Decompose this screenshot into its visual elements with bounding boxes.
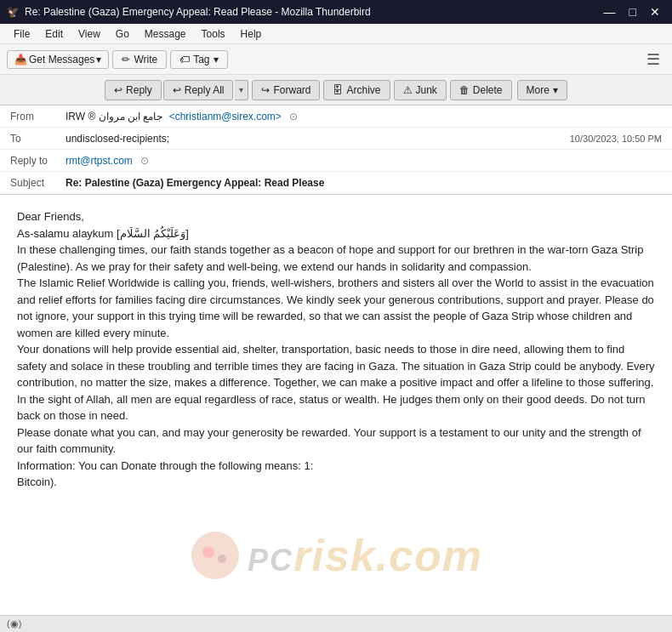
more-dropdown-icon: ▾ — [553, 84, 558, 96]
body-paragraph1: In these challenging times, our faith st… — [17, 242, 655, 275]
get-messages-button[interactable]: 📥 Get Messages ▾ — [7, 50, 109, 69]
reply-all-dropdown[interactable]: ▾ — [235, 80, 248, 100]
forward-label: Forward — [273, 84, 310, 96]
forward-icon: ↪ — [261, 84, 270, 96]
menu-view[interactable]: View — [71, 26, 107, 42]
reply-icon: ↩ — [114, 84, 122, 96]
more-button[interactable]: More ▾ — [517, 80, 567, 100]
archive-label: Archive — [346, 84, 380, 96]
tag-label: Tag — [193, 54, 209, 65]
window-controls: — □ ✕ — [599, 5, 665, 19]
reply-group: ↩ Reply ↩ Reply All ▾ — [105, 80, 248, 100]
hamburger-menu[interactable]: ☰ — [641, 48, 665, 71]
from-field: From IRW ® جامع ابن مروان <christianm@si… — [0, 105, 672, 128]
junk-icon: ⚠ — [403, 84, 413, 96]
email-body: Dear Friends, As-salamu alaykum [وَعَلَي… — [0, 195, 672, 632]
reply-to-value: rmt@rtpst.com ⊙ — [65, 155, 662, 167]
get-messages-label: Get Messages — [29, 54, 94, 65]
body-salutation: As-salamu alaykum [وَعَلَيْكُمُ السَّلَا… — [17, 225, 655, 242]
to-label: To — [10, 133, 65, 145]
email-header: From IRW ® جامع ابن مروان <christianm@si… — [0, 105, 672, 195]
delete-button[interactable]: 🗑 Delete — [450, 80, 512, 100]
reply-all-icon: ↩ — [173, 84, 181, 96]
menu-help[interactable]: Help — [234, 26, 269, 42]
menu-message[interactable]: Message — [138, 26, 193, 42]
write-icon: ✏ — [122, 54, 130, 65]
subject-value: Re: Palestine (Gaza) Emergency Appeal: R… — [65, 177, 324, 189]
reply-all-label: Reply All — [185, 84, 225, 96]
window-title: Re: Palestine (Gaza) Emergency Appeal: R… — [25, 6, 371, 18]
status-text: (◉) — [7, 618, 21, 629]
menu-edit[interactable]: Edit — [38, 26, 70, 42]
write-label: Write — [134, 54, 157, 65]
to-value: undisclosed-recipients; — [65, 133, 570, 145]
subject-field: Subject Re: Palestine (Gaza) Emergency A… — [0, 172, 672, 194]
body-paragraph6: Bitcoin). — [17, 474, 655, 491]
write-button[interactable]: ✏ Write — [112, 50, 167, 69]
action-toolbar: ↩ Reply ↩ Reply All ▾ ↪ Forward 🗄 Archiv… — [0, 75, 672, 105]
reply-all-button[interactable]: ↩ Reply All — [163, 80, 234, 100]
junk-button[interactable]: ⚠ Junk — [394, 80, 447, 100]
delete-label: Delete — [473, 84, 503, 96]
reply-to-verify-icon[interactable]: ⊙ — [140, 155, 149, 167]
menu-file[interactable]: File — [7, 26, 37, 42]
tag-dropdown-icon[interactable]: ▾ — [214, 54, 219, 65]
title-bar: 🦅 Re: Palestine (Gaza) Emergency Appeal:… — [0, 0, 672, 24]
from-email: <christianm@sirex.com> — [169, 111, 282, 122]
to-field: To undisclosed-recipients; 10/30/2023, 1… — [0, 128, 672, 150]
body-paragraph5: Information: You can Donate through the … — [17, 458, 655, 475]
status-bar: (◉) — [0, 615, 672, 632]
maximize-button[interactable]: □ — [624, 5, 641, 19]
get-messages-icon: 📥 — [14, 54, 27, 65]
main-toolbar: 📥 Get Messages ▾ ✏ Write 🏷 Tag ▾ ☰ — [0, 44, 672, 75]
body-paragraph3: Your donations will help provide essenti… — [17, 341, 655, 424]
date-value: 10/30/2023, 10:50 PM — [570, 134, 662, 144]
subject-label: Subject — [10, 177, 65, 189]
get-messages-dropdown-icon[interactable]: ▾ — [96, 54, 101, 65]
menu-tools[interactable]: Tools — [195, 26, 232, 42]
body-paragraph4: Please donate what you can, and may your… — [17, 424, 655, 458]
reply-to-field: Reply to rmt@rtpst.com ⊙ — [0, 150, 672, 172]
main-area: From IRW ® جامع ابن مروان <christianm@si… — [0, 105, 672, 632]
from-verify-icon[interactable]: ⊙ — [289, 111, 298, 122]
delete-icon: 🗑 — [459, 84, 470, 96]
archive-icon: 🗄 — [333, 84, 343, 96]
more-label: More — [527, 84, 550, 96]
close-button[interactable]: ✕ — [645, 5, 665, 19]
app-icon: 🦅 — [7, 6, 20, 18]
archive-button[interactable]: 🗄 Archive — [323, 80, 390, 100]
menu-bar: File Edit View Go Message Tools Help — [0, 24, 672, 44]
from-label: From — [10, 111, 65, 122]
forward-button[interactable]: ↪ Forward — [252, 80, 320, 100]
reply-button[interactable]: ↩ Reply — [105, 80, 162, 100]
tag-button[interactable]: 🏷 Tag ▾ — [170, 50, 227, 69]
menu-go[interactable]: Go — [109, 26, 136, 42]
reply-to-email: rmt@rtpst.com — [65, 155, 133, 167]
reply-to-label: Reply to — [10, 155, 65, 167]
junk-label: Junk — [416, 84, 437, 96]
body-paragraph2: The Islamic Relief Worldwide is calling … — [17, 275, 655, 341]
minimize-button[interactable]: — — [599, 5, 621, 19]
from-value: IRW ® جامع ابن مروان <christianm@sirex.c… — [65, 111, 662, 122]
tag-icon: 🏷 — [179, 54, 190, 65]
reply-label: Reply — [126, 84, 152, 96]
from-name: IRW ® جامع ابن مروان — [65, 111, 162, 122]
body-greeting: Dear Friends, — [17, 208, 655, 225]
